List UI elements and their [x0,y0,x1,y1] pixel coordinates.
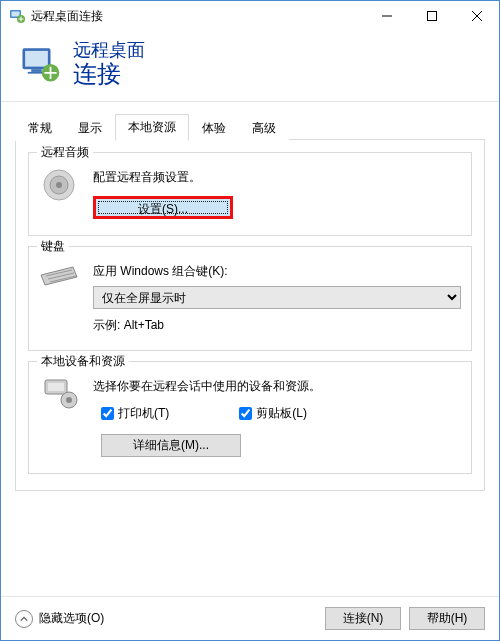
help-button[interactable]: 帮助(H) [409,607,485,630]
tab-experience[interactable]: 体验 [189,115,239,141]
speaker-icon [39,167,79,203]
group-title-audio: 远程音频 [37,144,93,161]
tab-general[interactable]: 常规 [15,115,65,141]
clipboard-checkbox[interactable]: 剪贴板(L) [239,405,307,422]
minimize-button[interactable] [364,1,409,30]
tab-advanced[interactable]: 高级 [239,115,289,141]
audio-text: 配置远程音频设置。 [93,169,461,186]
svg-rect-6 [31,69,42,72]
tab-display[interactable]: 显示 [65,115,115,141]
keyboard-icon [39,261,79,291]
keyboard-combo[interactable]: 仅在全屏显示时 [93,286,461,309]
tab-panel-local-resources: 远程音频 配置远程音频设置。 设置(S)... [15,139,485,491]
svg-rect-1 [12,12,20,17]
caption-buttons [364,1,499,31]
hide-options-toggle[interactable]: 隐藏选项(O) [15,610,104,628]
devices-more-button[interactable]: 详细信息(M)... [101,434,241,457]
titlebar: 远程桌面连接 [1,1,499,31]
body: 常规 显示 本地资源 体验 高级 远程音频 [1,102,499,596]
tab-strip: 常规 显示 本地资源 体验 高级 [15,114,485,140]
chevron-up-icon [15,610,33,628]
svg-rect-17 [48,383,64,391]
devices-text: 选择你要在远程会话中使用的设备和资源。 [93,378,461,395]
keyboard-example: 示例: Alt+Tab [93,317,461,334]
close-button[interactable] [454,1,499,30]
hide-options-label: 隐藏选项(O) [39,610,104,627]
header-text: 远程桌面 连接 [73,41,145,87]
svg-point-19 [66,397,72,403]
group-local-devices: 本地设备和资源 选择你要在远程会话中使用的设备和资源。 [28,361,472,474]
rdp-large-icon [19,43,61,85]
svg-point-11 [56,182,62,188]
group-title-devices: 本地设备和资源 [37,353,129,370]
keyboard-label: 应用 Windows 组合键(K): [93,263,461,280]
printer-checkbox-label: 打印机(T) [118,405,169,422]
connect-button[interactable]: 连接(N) [325,607,401,630]
maximize-button[interactable] [409,1,454,30]
header-line2: 连接 [73,61,145,87]
window-title: 远程桌面连接 [31,8,364,25]
footer: 隐藏选项(O) 连接(N) 帮助(H) [1,596,499,640]
group-remote-audio: 远程音频 配置远程音频设置。 设置(S)... [28,152,472,236]
printer-checkbox-input[interactable] [101,407,114,420]
audio-settings-button[interactable]: 设置(S)... [93,196,233,219]
svg-rect-5 [25,51,48,67]
devices-icon [39,376,79,410]
group-title-keyboard: 键盘 [37,238,69,255]
header-line1: 远程桌面 [73,41,145,61]
group-keyboard: 键盘 应用 Windows 组合键(K): 仅在全屏显示时 [28,246,472,351]
rdp-icon [9,8,25,24]
clipboard-checkbox-label: 剪贴板(L) [256,405,307,422]
svg-rect-3 [427,11,436,20]
tab-local-resources[interactable]: 本地资源 [115,114,189,141]
window: 远程桌面连接 远程桌面 连接 常规 显示 本地资源 [0,0,500,641]
printer-checkbox[interactable]: 打印机(T) [101,405,169,422]
clipboard-checkbox-input[interactable] [239,407,252,420]
header: 远程桌面 连接 [1,31,499,102]
